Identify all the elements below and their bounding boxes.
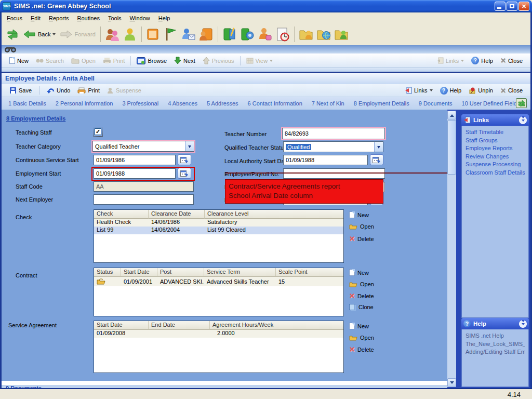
book-gear-icon[interactable] — [240, 26, 255, 42]
person-book-icon[interactable] — [198, 26, 214, 42]
vertical-scrollbar[interactable] — [447, 111, 456, 387]
book-pencil-icon[interactable] — [222, 26, 237, 42]
check-new-button[interactable]: New — [349, 211, 369, 218]
links-button-page[interactable]: Links — [401, 86, 436, 95]
menu-tools[interactable]: Tools — [104, 14, 126, 23]
next-employer-input[interactable] — [94, 194, 194, 205]
person-envelope-icon[interactable] — [181, 26, 196, 42]
menu-focus[interactable]: Focus — [3, 14, 26, 23]
contract-open-button[interactable]: Open — [349, 281, 374, 287]
menu-window[interactable]: Window — [126, 14, 154, 23]
help-link-sims-net-help[interactable]: SIMS .net Help — [466, 332, 525, 340]
table-row[interactable]: Health Check 14/06/1986 Satisfactory — [94, 219, 343, 227]
person-icon[interactable] — [122, 26, 138, 42]
teacher-number-input[interactable] — [282, 128, 385, 139]
tab-documents[interactable]: 9 Documents — [414, 99, 457, 108]
employment-start-calendar-button[interactable] — [178, 168, 191, 179]
contract-table-header[interactable]: Status Start Date Post Service Term Scal… — [94, 268, 343, 277]
tab-absences[interactable]: 4 Absences — [163, 99, 202, 108]
contract-clone-button[interactable]: Clone — [349, 304, 374, 310]
menu-edit[interactable]: Edit — [26, 14, 45, 23]
tab-personal-information[interactable]: 2 Personal Information — [51, 99, 118, 108]
flag-icon[interactable] — [163, 26, 179, 42]
link-review-changes[interactable]: Review Changes — [466, 153, 525, 161]
previous-button[interactable]: Previous — [199, 56, 238, 65]
browse-button[interactable]: Browse — [133, 56, 170, 65]
tab-basic-details[interactable]: 1 Basic Details — [4, 99, 51, 108]
link-staff-groups[interactable]: Staff Groups — [466, 137, 525, 145]
panel-toggle-button[interactable] — [516, 98, 527, 108]
people-pair-icon[interactable] — [104, 26, 120, 42]
menu-help[interactable]: Help — [154, 14, 175, 23]
maximize-button[interactable] — [507, 2, 517, 11]
tab-professional[interactable]: 3 Professional — [117, 99, 163, 108]
help-link-new-look-sims[interactable]: The_New_Look_SIMS_... — [466, 340, 525, 349]
close-button-top[interactable]: Close — [497, 56, 526, 65]
folder-export-icon[interactable] — [334, 26, 349, 42]
report-clock-icon[interactable] — [275, 26, 290, 42]
menu-routines[interactable]: Routines — [73, 14, 103, 23]
close-button[interactable] — [518, 2, 529, 11]
help-button-top[interactable]: Help — [468, 56, 497, 65]
tab-addresses[interactable]: 5 Addresses — [202, 99, 243, 108]
check-table[interactable]: Check Clearance Date Clearance Level Hea… — [94, 209, 344, 263]
book-icon[interactable] — [145, 26, 161, 42]
service-delete-button[interactable]: Delete — [349, 346, 374, 353]
service-table-header[interactable]: Start Date End Date Agreement Hours/Week — [94, 321, 343, 330]
open-button[interactable]: Open — [68, 57, 99, 65]
scroll-down-button[interactable] — [447, 378, 456, 387]
help-collapse-button[interactable] — [519, 320, 527, 328]
undo-button[interactable]: Undo — [43, 86, 74, 95]
la-start-date-calendar-button[interactable] — [370, 154, 383, 165]
employee-payroll-input[interactable] — [283, 168, 385, 179]
back-dropdown-caret[interactable] — [52, 33, 56, 37]
print-page-button[interactable]: Print — [74, 86, 103, 95]
teaching-staff-checkbox[interactable] — [95, 128, 101, 135]
links-dropdown-caret-top[interactable] — [461, 60, 464, 63]
view-button[interactable]: View — [243, 57, 277, 65]
continuous-service-start-calendar-button[interactable] — [178, 154, 191, 165]
links-panel-header[interactable]: Links — [461, 114, 529, 126]
contract-table[interactable]: Status Start Date Post Service Term Scal… — [94, 268, 344, 316]
tab-contact-information[interactable]: 6 Contact Information — [243, 99, 307, 108]
links-collapse-button[interactable] — [519, 116, 527, 124]
forward-button[interactable]: Forward — [58, 29, 97, 39]
folder-globe-icon[interactable] — [316, 26, 331, 42]
continuous-service-start-input[interactable] — [94, 155, 176, 165]
help-panel-header[interactable]: Help — [461, 318, 529, 329]
print-button[interactable]: Print — [99, 56, 129, 65]
section-heading[interactable]: 8 Employment Details — [6, 115, 65, 122]
menu-reports[interactable]: Reports — [45, 14, 73, 23]
back-button[interactable]: Back — [21, 29, 58, 39]
save-button[interactable]: Save — [6, 86, 35, 95]
qualified-teacher-status-dropdown-icon[interactable] — [374, 142, 383, 152]
link-suspense-processing[interactable]: Suspense Processing — [466, 161, 525, 169]
links-dropdown-caret-page[interactable] — [430, 89, 433, 93]
service-open-button[interactable]: Open — [349, 335, 374, 341]
suspense-button[interactable]: Suspense — [103, 86, 145, 95]
table-row-selected[interactable]: List 99 14/06/2004 List 99 Cleared — [94, 227, 343, 234]
help-button-page[interactable]: Help — [436, 86, 466, 96]
folder-person-icon[interactable] — [298, 26, 314, 42]
qualified-teacher-status-combo[interactable]: Qualified — [283, 141, 383, 152]
next-button[interactable]: Next — [170, 56, 199, 65]
la-start-date-input[interactable] — [283, 155, 368, 165]
swap-arrows-icon[interactable] — [4, 27, 21, 42]
teacher-category-combo[interactable]: Qualified Teacher — [92, 141, 194, 152]
check-table-header[interactable]: Check Clearance Date Clearance Level — [94, 210, 343, 219]
check-open-button[interactable]: Open — [349, 223, 374, 230]
teacher-category-dropdown-icon[interactable] — [185, 141, 194, 151]
scroll-up-button[interactable] — [447, 111, 456, 119]
contract-new-button[interactable]: New — [349, 269, 369, 276]
tab-employment-details[interactable]: 8 Employment Details — [349, 99, 414, 108]
link-employee-reports[interactable]: Employee Reports — [466, 144, 525, 153]
help-link-adding-editing-staff[interactable]: Adding/Editing Staff Em... — [466, 348, 525, 356]
table-row[interactable]: 01/09/2001 ADVANCED SKI... Advanced Skil… — [94, 277, 343, 286]
link-staff-timetable[interactable]: Staff Timetable — [466, 128, 525, 137]
table-row[interactable]: 01/09/2008 2.0000 — [94, 330, 343, 338]
link-classroom-staff-details[interactable]: Classroom Staff Details — [466, 169, 525, 177]
scrollbar-thumb[interactable] — [447, 120, 456, 175]
new-button[interactable]: New — [6, 56, 32, 65]
close-button-page[interactable]: Close — [497, 86, 526, 95]
view-dropdown-caret[interactable] — [270, 60, 273, 63]
